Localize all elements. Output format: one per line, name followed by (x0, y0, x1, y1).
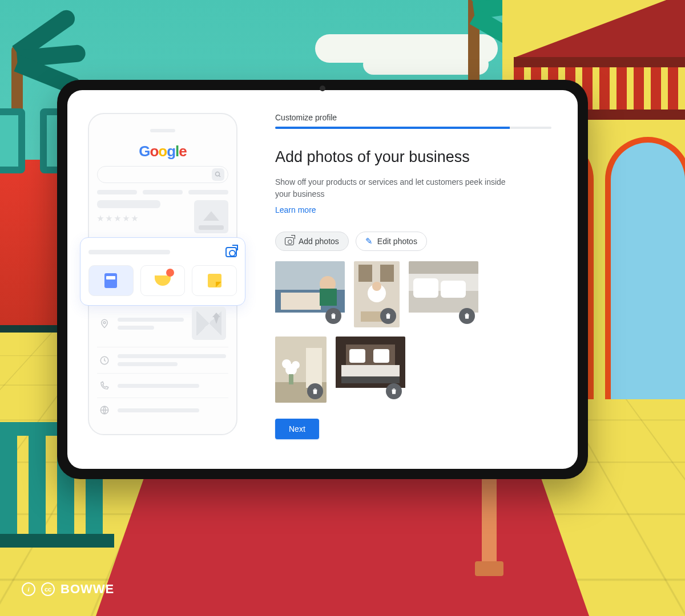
storefront-thumb-icon (194, 200, 228, 233)
svg-point-14 (372, 282, 381, 291)
svg-rect-31 (349, 349, 365, 363)
uploaded-photo[interactable] (409, 261, 478, 327)
svg-point-2 (103, 322, 106, 324)
tablet-camera (320, 86, 325, 91)
svg-rect-12 (380, 265, 394, 282)
photo-tile (88, 265, 134, 296)
add-photos-button[interactable]: Add photos (275, 232, 349, 251)
search-bar-placeholder (97, 166, 228, 183)
page-subtitle: Show off your products or services and l… (275, 176, 515, 200)
uploaded-photo[interactable] (275, 261, 345, 327)
camera-plus-icon (285, 237, 294, 245)
svg-rect-18 (413, 278, 438, 298)
delete-photo-button[interactable] (459, 308, 475, 324)
delete-photo-button[interactable] (380, 308, 396, 324)
delete-photo-button[interactable] (307, 383, 323, 399)
next-button[interactable]: Next (275, 419, 319, 439)
svg-rect-23 (306, 348, 322, 388)
svg-point-26 (292, 361, 300, 369)
svg-rect-27 (289, 374, 293, 384)
delete-photo-button[interactable] (386, 383, 402, 399)
phone-preview: Google (88, 113, 237, 435)
progress-bar (275, 127, 551, 129)
uploaded-photo[interactable] (336, 337, 405, 403)
attribution-footer: i cc BOWWE (22, 582, 114, 597)
svg-rect-11 (358, 265, 372, 282)
step-label: Customize profile (275, 113, 551, 122)
svg-point-0 (216, 172, 220, 176)
svg-rect-32 (373, 349, 389, 363)
phone-icon (99, 380, 110, 391)
svg-rect-19 (441, 281, 466, 298)
cc-icon: cc (41, 582, 55, 596)
pencil-icon: ✎ (365, 236, 373, 246)
attribution-icon: i (22, 582, 35, 596)
photo-tile (140, 265, 186, 296)
globe-icon (99, 405, 110, 415)
google-logo: Google (97, 143, 228, 160)
chip-label: Edit photos (377, 237, 417, 246)
svg-line-1 (219, 176, 221, 177)
tablet-frame: Google (57, 80, 588, 479)
app-screen: Google (67, 90, 578, 469)
uploaded-photo[interactable] (275, 337, 327, 403)
map-thumb (192, 307, 226, 340)
pin-icon (99, 318, 110, 329)
add-photo-icon (225, 247, 237, 257)
learn-more-link[interactable]: Learn more (275, 205, 316, 214)
chip-label: Add photos (299, 237, 339, 246)
edit-photos-button[interactable]: ✎ Edit photos (356, 232, 427, 251)
search-icon (212, 168, 224, 181)
svg-point-25 (282, 359, 291, 368)
uploaded-photo[interactable] (354, 261, 400, 327)
svg-rect-7 (281, 293, 321, 310)
photo-tile (192, 265, 237, 296)
svg-rect-33 (341, 376, 400, 383)
uploaded-photos-grid (275, 261, 526, 403)
bowwe-logo: BOWWE (61, 582, 114, 597)
svg-rect-20 (409, 261, 478, 274)
photos-preview-card (80, 237, 245, 306)
page-title: Add photos of your business (275, 148, 551, 166)
delete-photo-button[interactable] (325, 308, 341, 324)
clock-icon (99, 355, 110, 366)
svg-rect-9 (320, 289, 337, 306)
